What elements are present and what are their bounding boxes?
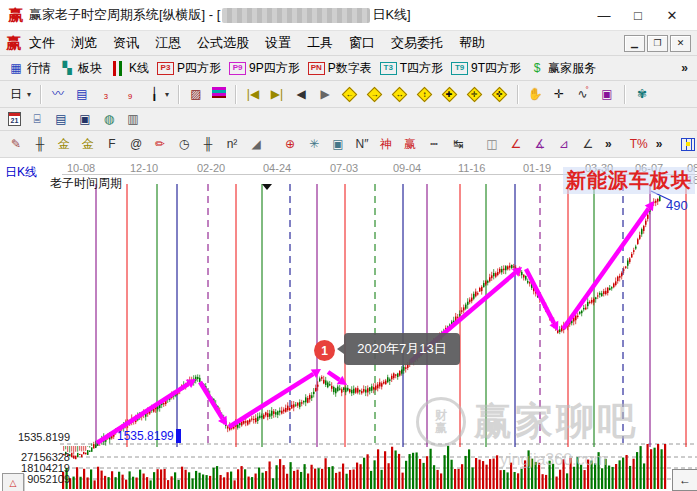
- gann-grid-tool[interactable]: ╫: [29, 136, 51, 153]
- n-wave-tool[interactable]: Ν″: [351, 136, 373, 153]
- bars3-button[interactable]: ₃: [95, 86, 117, 103]
- print-button[interactable]: ▥: [122, 111, 144, 128]
- calculator-button[interactable]: ⌸: [26, 111, 48, 128]
- clock-cycle-tool-icon: ◷: [176, 137, 192, 152]
- menu-item-browse[interactable]: 浏览: [63, 31, 105, 55]
- low-price-chart-label: 1535.8199: [117, 429, 181, 443]
- candle-style-button[interactable]: ╽▾: [143, 86, 172, 103]
- calendar-button[interactable]: 21: [5, 111, 24, 127]
- save-button[interactable]: ▣: [74, 111, 96, 128]
- menu-item-news[interactable]: 资讯: [105, 31, 147, 55]
- minimize-button[interactable]: —: [587, 8, 621, 23]
- toolbar-utilities: 21⌸▤▣◍▥: [0, 108, 697, 131]
- chart-area[interactable]: 日K线 老子时间周期 新能源车板块 490 1535.8199 1535.819…: [0, 158, 697, 491]
- shen-grid-tool[interactable]: 神: [375, 136, 397, 153]
- winner-service-button[interactable]: $赢家服务: [526, 59, 599, 78]
- grid-tool[interactable]: ╫: [197, 136, 219, 153]
- scroll-left-button[interactable]: ←: [672, 469, 697, 491]
- star-rays-tool[interactable]: ✳: [303, 136, 325, 153]
- angle-ruler-tool[interactable]: ◢: [245, 136, 267, 153]
- menu-item-settings[interactable]: 设置: [257, 31, 299, 55]
- n2-grid-tool[interactable]: n²: [221, 136, 243, 153]
- diamond-vmove-button[interactable]: ↕: [413, 86, 436, 103]
- purple-box-tool-button[interactable]: ▣: [596, 86, 618, 103]
- web-lookup-button[interactable]: ◍: [98, 111, 120, 128]
- nav-last-button[interactable]: ▶|: [266, 86, 288, 103]
- menu-item-help[interactable]: 帮助: [451, 31, 493, 55]
- t-square-button[interactable]: T3T四方形: [377, 59, 446, 78]
- crosshair-tool-button[interactable]: ✛: [548, 86, 570, 103]
- ruler-123-tool[interactable]: ┉: [423, 136, 445, 153]
- menu-item-tools[interactable]: 工具: [299, 31, 341, 55]
- toolbar4-overflow2[interactable]: »: [652, 137, 667, 151]
- p-digit-button[interactable]: PNP数字表: [305, 59, 375, 78]
- close-button[interactable]: ✕: [655, 8, 689, 23]
- menu-item-file[interactable]: 文件: [21, 31, 63, 55]
- clock-cycle-tool[interactable]: ◷: [173, 136, 195, 153]
- red-fan-tool[interactable]: ∠: [505, 136, 527, 153]
- nav-first-button-icon: |◀: [245, 87, 261, 102]
- p-square-button[interactable]: P3P四方形: [154, 59, 224, 78]
- red-pencil-tool[interactable]: ✏: [149, 136, 171, 153]
- watermark-text: 赢家聊吧: [474, 396, 638, 447]
- black-fan-tool[interactable]: ∠: [577, 136, 599, 153]
- pattern-zone-button[interactable]: 〰: [47, 86, 69, 103]
- menu-item-formula-pick[interactable]: 公式选股: [189, 31, 257, 55]
- date-label: 12-10: [130, 162, 158, 174]
- box-gann-tool[interactable]: ◫: [481, 136, 503, 153]
- t9-square-button[interactable]: T99T四方形: [448, 59, 524, 78]
- diamond-center-button[interactable]: ✚: [438, 86, 461, 103]
- p9-square-button-label: 9P四方形: [249, 60, 300, 77]
- diamond-left-button[interactable]: ←: [338, 86, 361, 103]
- quotes-button[interactable]: ▦行情: [5, 59, 54, 78]
- target-circle-tool[interactable]: ⊕: [279, 136, 301, 153]
- gold-grid2-tool-icon: 金: [80, 137, 96, 152]
- teal-analysis-button[interactable]: ✾: [631, 86, 653, 103]
- info-doc-button[interactable]: ▤: [71, 86, 93, 103]
- gold-grid-tool[interactable]: 金: [53, 136, 75, 153]
- diamond-expand-button[interactable]: ✛: [463, 86, 486, 103]
- period-day-selector[interactable]: 日▾: [5, 86, 34, 103]
- spiral-tool[interactable]: @: [125, 136, 147, 153]
- dark-pattern-button[interactable]: ▨: [185, 86, 207, 103]
- f-grid-tool-icon: F: [104, 137, 120, 152]
- date-label: 10-08: [67, 162, 95, 174]
- menu-item-window[interactable]: 窗口: [341, 31, 383, 55]
- toolbar1-overflow[interactable]: »: [677, 61, 692, 75]
- zigzag-mark-button-icon: ∿: [575, 87, 591, 102]
- quotes-button-icon: ▦: [8, 61, 24, 76]
- hand-tool-button[interactable]: ✋: [524, 86, 546, 103]
- menu-item-trade[interactable]: 交易委托: [383, 31, 451, 55]
- purple-fanbox-tool[interactable]: ⊿: [553, 136, 575, 153]
- percent-retrace-tool[interactable]: T%: [628, 136, 650, 153]
- bars9-button[interactable]: ₉: [119, 86, 141, 103]
- menu-item-gann[interactable]: 江恩: [147, 31, 189, 55]
- gold-grid2-tool[interactable]: 金: [77, 136, 99, 153]
- nav-prev-button[interactable]: ◀: [290, 86, 312, 103]
- ying-lines-tool[interactable]: 赢: [399, 136, 421, 153]
- zigzag-mark-button[interactable]: ∿: [572, 86, 594, 103]
- nav-next-button[interactable]: ▶: [314, 86, 336, 103]
- notepad-button[interactable]: ▤: [50, 111, 72, 128]
- pencil-tool[interactable]: ✎: [5, 136, 27, 153]
- diamond-all-button[interactable]: ✜: [488, 86, 511, 103]
- diamond-right-button[interactable]: →: [363, 86, 386, 103]
- numbered-marker-badge[interactable]: 1: [314, 340, 335, 361]
- mdi-restore-button[interactable]: ❐: [647, 35, 668, 52]
- maximize-button[interactable]: □: [621, 8, 655, 23]
- p9-square-button[interactable]: P99P四方形: [226, 59, 303, 78]
- diamond-hmove-button[interactable]: ↔: [388, 86, 411, 103]
- kline-button[interactable]: K线: [107, 59, 152, 78]
- purple-fan-tool[interactable]: ∡: [529, 136, 551, 153]
- span-arrows-tool[interactable]: ↹: [447, 136, 469, 153]
- toolbar4-overflow[interactable]: »: [601, 137, 616, 151]
- grid-highlight-tool[interactable]: [678, 137, 697, 152]
- box-rays-tool[interactable]: ▣: [327, 136, 349, 153]
- f-grid-tool[interactable]: F: [101, 136, 123, 153]
- nav-first-button[interactable]: |◀: [242, 86, 264, 103]
- histogram-button[interactable]: [209, 86, 229, 103]
- sectors-button[interactable]: ▚板块: [56, 59, 105, 78]
- mdi-close-button[interactable]: ✕: [670, 35, 691, 52]
- volume-pane-toggle-button[interactable]: △: [2, 473, 24, 491]
- mdi-minimize-button[interactable]: ▁: [624, 35, 645, 52]
